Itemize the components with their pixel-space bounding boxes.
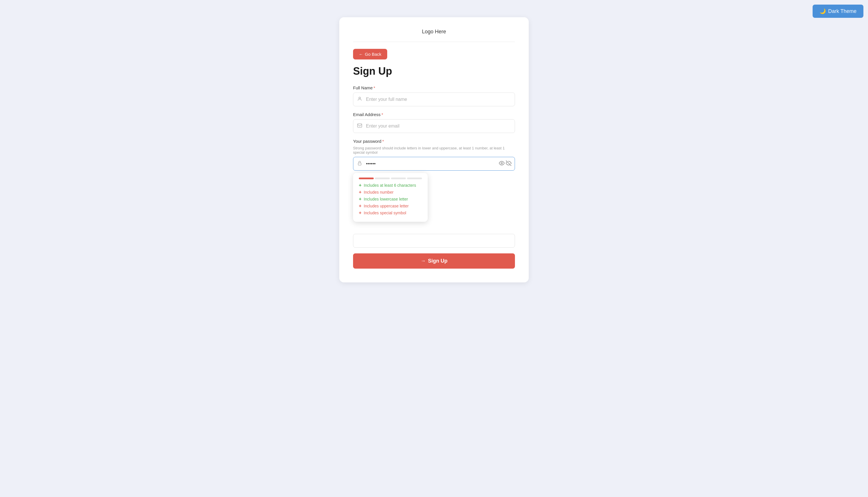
strength-bar-track	[359, 178, 422, 179]
req-special-icon: +	[359, 210, 362, 215]
strength-segment-4	[407, 178, 422, 179]
divider	[353, 42, 515, 42]
strength-segment-1	[359, 178, 374, 179]
dark-theme-button[interactable]: 🌙 Dark Theme	[813, 4, 864, 18]
signup-card: Logo Here ← Go Back Sign Up Full Name*	[339, 17, 529, 282]
req-number-text: Includes number	[364, 190, 394, 195]
strength-bar	[359, 178, 422, 179]
req-uppercase-icon: +	[359, 203, 362, 209]
req-lowercase-icon: +	[359, 197, 362, 202]
password-input[interactable]	[353, 157, 515, 171]
req-special: + Includes special symbol	[359, 210, 422, 215]
req-uppercase: + Includes uppercase letter	[359, 203, 422, 209]
logo-text: Logo Here	[422, 29, 446, 34]
req-number-icon: +	[359, 189, 362, 195]
req-lowercase-text: Includes lowercase letter	[364, 197, 408, 201]
page-title: Sign Up	[353, 65, 515, 77]
email-input-wrapper	[353, 119, 515, 133]
req-number: + Includes number	[359, 189, 422, 195]
required-star-password: *	[382, 139, 384, 144]
svg-point-3	[501, 162, 503, 164]
signin-icon: →	[421, 258, 426, 264]
email-group: Email Address*	[353, 112, 515, 133]
password-group-wrapper: + Includes at least 6 characters + Inclu…	[353, 157, 515, 171]
password-hint: Strong password should include letters i…	[353, 146, 515, 155]
email-input[interactable]	[353, 119, 515, 133]
eye-slash-icon	[506, 160, 512, 168]
req-min-chars: + Includes at least 6 characters	[359, 183, 422, 188]
req-lowercase: + Includes lowercase letter	[359, 197, 422, 202]
required-star-email: *	[381, 112, 383, 117]
page-container: Logo Here ← Go Back Sign Up Full Name*	[0, 0, 868, 497]
email-label: Email Address*	[353, 112, 515, 117]
confirm-password-input[interactable]	[353, 234, 515, 247]
moon-icon: 🌙	[820, 8, 826, 14]
arrow-left-icon: ←	[359, 52, 363, 57]
logo-area: Logo Here	[353, 29, 515, 35]
req-min-chars-text: Includes at least 6 characters	[364, 183, 416, 188]
req-uppercase-text: Includes uppercase letter	[364, 204, 409, 208]
full-name-input[interactable]	[353, 93, 515, 106]
dark-theme-label: Dark Theme	[828, 8, 856, 14]
password-toggle-button[interactable]	[499, 160, 512, 168]
password-group: Your password* Strong password should in…	[353, 139, 515, 171]
password-label: Your password*	[353, 139, 515, 144]
full-name-label: Full Name*	[353, 85, 515, 90]
strength-segment-3	[391, 178, 406, 179]
req-special-text: Includes special symbol	[364, 211, 406, 215]
go-back-button[interactable]: ← Go Back	[353, 49, 387, 59]
go-back-label: Go Back	[365, 52, 381, 57]
confirm-password-group	[353, 234, 515, 247]
req-min-chars-icon: +	[359, 183, 362, 188]
eye-icon	[499, 160, 505, 168]
signup-button[interactable]: → Sign Up	[353, 253, 515, 269]
required-star: *	[373, 85, 375, 90]
full-name-group: Full Name*	[353, 85, 515, 106]
full-name-input-wrapper	[353, 93, 515, 106]
strength-segment-2	[375, 178, 390, 179]
password-input-wrapper	[353, 157, 515, 171]
signup-label: Sign Up	[428, 258, 447, 264]
password-strength-popup: + Includes at least 6 characters + Inclu…	[353, 173, 428, 222]
